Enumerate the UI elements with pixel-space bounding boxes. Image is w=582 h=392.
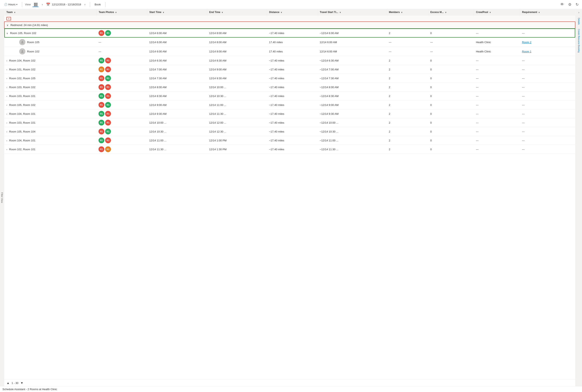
- cell-photos: ---: [97, 47, 147, 56]
- table-row[interactable]: › Room 103, Room 101 R1R1 12/14 8:30 AM …: [4, 92, 575, 100]
- expand-icon[interactable]: ›: [7, 95, 7, 98]
- cell-crew: Health Clinic: [474, 47, 520, 56]
- cell-members: ---: [387, 47, 428, 56]
- col-travel-label: Travel Start Ti...: [320, 11, 338, 14]
- table-row[interactable]: › Room 105, Room 102 R1R1 12/14 9:00 AM …: [4, 100, 575, 110]
- col-header-excess[interactable]: Excess M... ∨: [428, 9, 474, 16]
- eye-button[interactable]: 👁: [559, 2, 565, 8]
- expand-icon[interactable]: ∨: [7, 32, 8, 34]
- table-row[interactable]: › Room 103, Room 102 R1R1 12/14 8:00 AM …: [4, 83, 575, 92]
- col-header-members[interactable]: Members ∨: [387, 9, 428, 16]
- expand-icon[interactable]: ›: [7, 130, 7, 133]
- col-header-travel[interactable]: Travel Start Ti... ∨: [318, 9, 387, 16]
- cell-req: ---: [520, 83, 575, 92]
- avatar-circle: R1: [99, 102, 104, 108]
- filter-view-toggle[interactable]: Filter View: [0, 9, 4, 386]
- col-header-start[interactable]: Start Time ∨: [147, 9, 207, 16]
- cell-req: Room 2: [520, 38, 575, 47]
- expand-icon[interactable]: ›: [7, 104, 7, 106]
- cell-excess: 0: [428, 100, 474, 110]
- prev-date-button[interactable]: ‹: [40, 2, 45, 7]
- cell-end: 12/14 11:00 ...: [207, 100, 267, 110]
- expand-icon[interactable]: ›: [7, 148, 7, 151]
- avatar-circle: R1: [99, 30, 104, 36]
- table-row[interactable]: › Room 103, Room 101 R1R1 12/14 10:00 ..…: [4, 118, 575, 127]
- create-label: Create Resource Booking: [578, 29, 580, 53]
- group-expand-icon[interactable]: ∨: [7, 24, 9, 27]
- group-expand-icon[interactable]: ✕: [7, 17, 11, 20]
- expand-icon[interactable]: ›: [7, 60, 7, 62]
- table-row[interactable]: › Room 104, Room 102 R1R1 12/14 6:30 AM …: [4, 56, 575, 65]
- cell-distance: ~17.40 miles: [267, 65, 317, 74]
- table-row[interactable]: › Room 101, Room 102 R1R1 12/14 7:00 AM …: [4, 65, 575, 74]
- col-excess-label: Excess M...: [430, 11, 444, 14]
- col-header-team[interactable]: Team ∨: [4, 9, 97, 16]
- cell-crew: ---: [474, 136, 520, 145]
- expand-icon[interactable]: ›: [7, 139, 7, 142]
- cell-start: 12/14 6:00 AM: [147, 38, 207, 47]
- cell-travel: 12/14 6:00 AM: [318, 47, 387, 56]
- col-header-req[interactable]: Requirement ∨: [520, 9, 575, 16]
- cell-members: 2: [387, 56, 428, 65]
- table-row[interactable]: Room 102 --- 12/14 6:00 AM 12/14 8:00 AM…: [4, 47, 575, 56]
- hours-chevron: ▾: [16, 3, 17, 6]
- hours-button[interactable]: 🕐 Hours ▾: [3, 2, 19, 7]
- book-button[interactable]: Book: [93, 2, 103, 7]
- col-header-crew[interactable]: Crew/Pool ∨: [474, 9, 520, 16]
- right-collapse-button[interactable]: ›: [577, 9, 581, 16]
- cell-members: 2: [387, 136, 428, 145]
- table-row[interactable]: › Room 105, Room 104 R1R1 12/14 10:30 ..…: [4, 127, 575, 136]
- cell-end: 12/14 8:00 AM: [207, 28, 267, 38]
- refresh-button[interactable]: ↻: [575, 2, 579, 8]
- expand-icon[interactable]: ›: [7, 86, 7, 88]
- cell-start: 12/14 11:30 ...: [147, 145, 207, 154]
- right-panel-details[interactable]: Details: [576, 16, 581, 27]
- req-link[interactable]: Room 2: [522, 41, 531, 44]
- col-distance-label: Distance: [269, 11, 279, 14]
- col-members-sort: ∨: [401, 11, 402, 14]
- page-prev-button[interactable]: ▲: [7, 381, 10, 384]
- cell-crew: ---: [474, 65, 520, 74]
- cell-end: 12/14 12:30 ...: [207, 127, 267, 136]
- expand-icon[interactable]: ›: [7, 113, 7, 115]
- view-grid-button[interactable]: [33, 2, 39, 7]
- avatar-circle: R1: [99, 66, 104, 72]
- req-link[interactable]: Room 1: [522, 50, 531, 53]
- table-row[interactable]: › Room 102, Room 101 R1R1 12/14 11:30 ..…: [4, 145, 575, 154]
- table-row[interactable]: › Room 102, Room 105 R1R1 12/14 7:30 AM …: [4, 74, 575, 83]
- cell-photos: R1R1: [97, 74, 147, 83]
- cell-members: 2: [387, 65, 428, 74]
- page-next-button[interactable]: ▼: [21, 381, 23, 384]
- expand-icon[interactable]: ›: [7, 68, 7, 71]
- col-header-distance[interactable]: Distance ∨: [267, 9, 317, 16]
- col-header-photos[interactable]: Team Photos ∨: [97, 9, 147, 16]
- col-start-sort: ∨: [163, 11, 164, 14]
- table-row[interactable]: › Room 104, Room 101 R1R1 12/14 9:30 AM …: [4, 110, 575, 118]
- table-row[interactable]: ∨ Room 105, Room 102 R1R1 12/14 6:00 AM …: [4, 28, 575, 38]
- cell-end: 12/14 1:00 PM: [207, 136, 267, 145]
- settings-button[interactable]: ⚙: [567, 2, 572, 8]
- cell-excess: 0: [428, 28, 474, 38]
- cell-end: 12/14 12:00 ...: [207, 118, 267, 127]
- avatar-circle: R1: [105, 120, 111, 126]
- table-row[interactable]: › Room 104, Room 101 R1R1 12/14 11:00 ..…: [4, 136, 575, 145]
- right-panel-create[interactable]: Create Resource Booking: [576, 27, 581, 55]
- cell-photos: R1R1: [97, 110, 147, 118]
- cell-excess: 0: [428, 127, 474, 136]
- cell-distance: ~17.40 miles: [267, 100, 317, 110]
- col-header-end[interactable]: End Time ∨: [207, 9, 267, 16]
- expand-icon[interactable]: ›: [7, 77, 7, 80]
- cell-members: 2: [387, 100, 428, 110]
- cell-members: 2: [387, 110, 428, 118]
- table-row[interactable]: Room 105 --- 12/14 6:00 AM 12/14 8:00 AM…: [4, 38, 575, 47]
- col-req-sort: ∨: [538, 11, 540, 14]
- cell-travel: ~12/14 10:30 ...: [318, 127, 387, 136]
- expand-icon[interactable]: ›: [7, 122, 7, 124]
- right-panel: › Details Create Resource Booking: [575, 9, 582, 386]
- cell-team: Room 102: [4, 47, 97, 56]
- cell-members: 2: [387, 28, 428, 38]
- details-label: Details: [578, 18, 580, 25]
- col-excess-sort: ∨: [445, 11, 446, 14]
- cell-end: 12/14 10:00 ...: [207, 83, 267, 92]
- next-date-button[interactable]: ›: [83, 2, 87, 7]
